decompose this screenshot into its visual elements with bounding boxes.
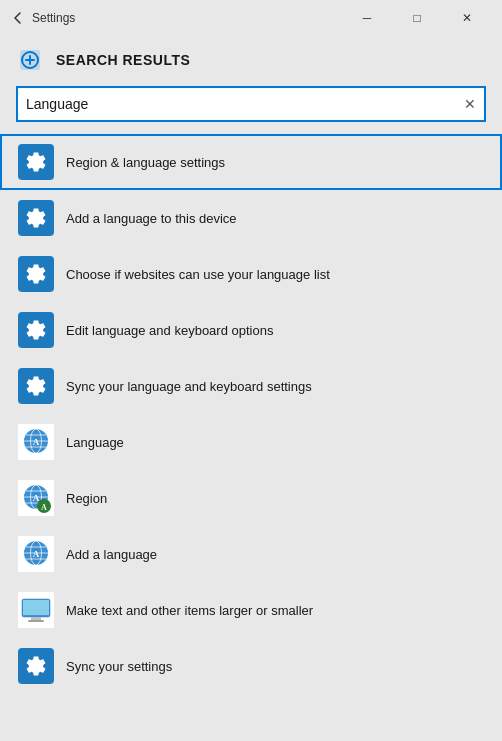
result-item-language[interactable]: A Language	[0, 414, 502, 470]
result-text-region-language: Region & language settings	[66, 155, 225, 170]
results-list: Region & language settings Add a languag…	[0, 134, 502, 741]
window-controls: ─ □ ✕	[344, 4, 490, 32]
result-icon-add-language: A	[18, 536, 54, 572]
result-text-websites-language: Choose if websites can use your language…	[66, 267, 330, 282]
result-icon-sync-language-keyboard	[18, 368, 54, 404]
search-box[interactable]: ✕	[16, 86, 486, 122]
header-icon	[16, 46, 44, 74]
svg-text:A: A	[33, 549, 40, 559]
search-input[interactable]	[26, 96, 464, 112]
result-item-make-text-larger[interactable]: Make text and other items larger or smal…	[0, 582, 502, 638]
result-text-language: Language	[66, 435, 124, 450]
result-text-region: Region	[66, 491, 107, 506]
minimize-button[interactable]: ─	[344, 4, 390, 32]
page-header: SEARCH RESULTS	[0, 36, 502, 86]
result-text-add-language-device: Add a language to this device	[66, 211, 237, 226]
svg-rect-33	[31, 617, 41, 620]
svg-rect-32	[23, 600, 49, 615]
result-text-edit-language-keyboard: Edit language and keyboard options	[66, 323, 273, 338]
search-results-icon	[18, 48, 42, 72]
result-icon-make-text-larger	[18, 592, 54, 628]
result-text-add-language: Add a language	[66, 547, 157, 562]
result-text-sync-language-keyboard: Sync your language and keyboard settings	[66, 379, 312, 394]
result-item-add-language-device[interactable]: Add a language to this device	[0, 190, 502, 246]
svg-text:A: A	[33, 437, 40, 447]
result-item-edit-language-keyboard[interactable]: Edit language and keyboard options	[0, 302, 502, 358]
result-icon-language: A	[18, 424, 54, 460]
back-button[interactable]	[12, 12, 24, 24]
result-item-region[interactable]: A A Region	[0, 470, 502, 526]
result-icon-sync-settings	[18, 648, 54, 684]
result-text-make-text-larger: Make text and other items larger or smal…	[66, 603, 313, 618]
result-item-sync-settings[interactable]: Sync your settings	[0, 638, 502, 694]
search-box-container: ✕	[0, 86, 502, 134]
close-button[interactable]: ✕	[444, 4, 490, 32]
result-icon-websites-language	[18, 256, 54, 292]
result-icon-add-language-device	[18, 200, 54, 236]
title-bar: Settings ─ □ ✕	[0, 0, 502, 36]
result-item-websites-language[interactable]: Choose if websites can use your language…	[0, 246, 502, 302]
result-icon-edit-language-keyboard	[18, 312, 54, 348]
window-title: Settings	[32, 11, 336, 25]
page-title: SEARCH RESULTS	[56, 52, 190, 68]
svg-text:A: A	[41, 503, 47, 512]
maximize-button[interactable]: □	[394, 4, 440, 32]
result-text-sync-settings: Sync your settings	[66, 659, 172, 674]
result-icon-region: A A	[18, 480, 54, 516]
result-icon-region-language	[18, 144, 54, 180]
svg-rect-34	[28, 620, 44, 622]
result-item-region-language[interactable]: Region & language settings	[0, 134, 502, 190]
result-item-add-language[interactable]: A Add a language	[0, 526, 502, 582]
search-clear-button[interactable]: ✕	[464, 96, 476, 112]
result-item-sync-language-keyboard[interactable]: Sync your language and keyboard settings	[0, 358, 502, 414]
